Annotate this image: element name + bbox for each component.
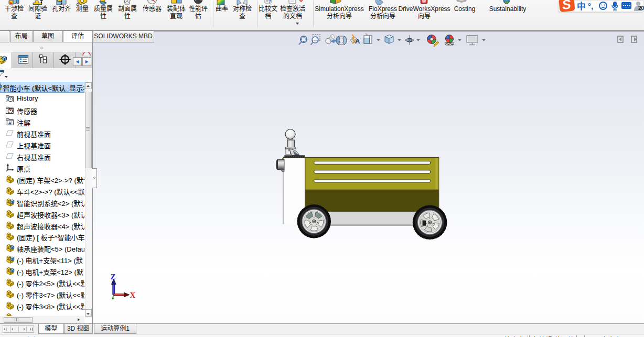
svg-text:X: X xyxy=(130,291,136,299)
svg-text:A: A xyxy=(355,37,360,45)
svg-text:中: 中 xyxy=(577,0,586,12)
svg-text:A: A xyxy=(8,121,11,125)
svg-text:S: S xyxy=(561,0,572,12)
svg-text:W: W xyxy=(422,0,427,4)
svg-text:°,: °, xyxy=(588,2,593,10)
svg-text:=?: =? xyxy=(266,0,271,4)
svg-text:20: 20 xyxy=(638,5,644,11)
svg-text:Z: Z xyxy=(111,273,116,281)
